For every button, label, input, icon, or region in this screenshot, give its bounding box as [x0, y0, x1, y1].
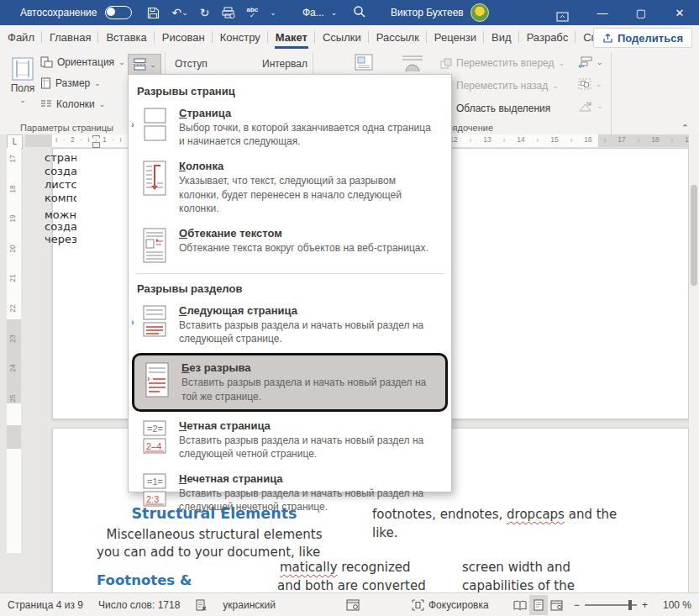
document-title[interactable]: Фа...⌄ [302, 0, 337, 25]
undo-button[interactable]: ↶⌄ [171, 6, 187, 19]
collapse-ribbon-icon[interactable]: ⌃ [681, 123, 689, 134]
doc-fragment: компо [45, 192, 76, 204]
tab-developer[interactable]: Разрабс [519, 25, 576, 49]
maximize-button[interactable]: ▢ [622, 0, 660, 25]
bring-forward-icon [440, 58, 452, 69]
tab-design[interactable]: Констру [213, 25, 268, 49]
rotate-icon [578, 101, 592, 112]
doc-fragment: созда [45, 165, 76, 177]
focus-icon [412, 599, 424, 611]
word-window: Автосохранение ↶⌄ ↻ abc✓ ⌄ Фа...⌄ Виктор… [0, 0, 699, 616]
zoom-slider-handle[interactable] [628, 600, 632, 610]
tab-home[interactable]: Главная [42, 25, 98, 49]
position-icon[interactable] [355, 54, 373, 71]
autosave-toggle[interactable] [105, 6, 132, 19]
doc-fragment: можн [45, 208, 76, 221]
tab-view[interactable]: Вид [484, 25, 519, 49]
menu-item-continuous[interactable]: › Без разрыва Вставить разрыв раздела и … [132, 353, 448, 411]
menu-item-title: Колонка [179, 160, 436, 172]
vertical-ruler[interactable]: 171819202122232425 [7, 148, 21, 553]
svg-text:2–4: 2–4 [146, 441, 161, 451]
menu-item-title: Следующая страница [179, 304, 436, 317]
page-setup-group-label: Параметры страницы [20, 123, 113, 133]
rotate-button[interactable]: ⌄ [578, 99, 603, 113]
menu-section-page-breaks: Разрывы страниц [129, 80, 451, 101]
text-wrapping-break-icon [140, 227, 169, 264]
tab-stop-selector[interactable]: L [7, 134, 23, 149]
zoom-in-button[interactable]: + [642, 593, 655, 616]
tab-draw[interactable]: Рисован [155, 25, 213, 49]
doc-paragraph: like. [372, 525, 397, 540]
indent-markers[interactable] [92, 135, 100, 146]
tab-file[interactable]: Файл [0, 25, 42, 49]
columns-button[interactable]: Колонки⌄ [40, 97, 125, 111]
page-indicator[interactable]: Страница 4 из 9 [0, 593, 91, 616]
margins-button[interactable]: Поля ⌄ [7, 54, 39, 123]
menu-item-column[interactable]: Колонка Указывает, что текст, следующий … [129, 154, 451, 221]
menu-item-desc: Выбор точки, в которой заканчивается одн… [179, 121, 436, 148]
tab-mailings[interactable]: Рассылк [369, 25, 427, 49]
avatar [470, 3, 489, 22]
size-icon [40, 77, 51, 89]
group-icon [578, 78, 591, 90]
size-button[interactable]: Размер⌄ [40, 76, 125, 90]
menu-item-title: Без разрыва [181, 361, 430, 374]
menu-item-page[interactable]: › Страница Выбор точки, в которой заканч… [129, 101, 451, 154]
doc-paragraph: matically recognized [280, 560, 411, 575]
selection-pane-button[interactable]: Область выделения [440, 101, 565, 116]
autosave-label: Автосохранение [20, 7, 97, 18]
close-button[interactable]: ✕ [660, 0, 699, 25]
proofing-errors-icon[interactable] [187, 593, 215, 616]
bring-forward-button[interactable]: Переместить вперед⌄ [440, 55, 565, 71]
align-icon [578, 56, 592, 68]
next-page-break-icon [140, 304, 169, 340]
menu-item-desc: Вставить разрыв раздела и начать новый р… [181, 376, 430, 403]
macro-recording-icon[interactable] [339, 593, 367, 616]
web-layout-button[interactable] [548, 595, 566, 615]
share-icon [602, 33, 613, 44]
menu-item-desc: Вставить разрыв раздела и начать новый р… [179, 487, 436, 513]
menu-item-title: Страница [179, 107, 436, 119]
even-page-break-icon: =2=2–4 [140, 419, 169, 456]
read-mode-button[interactable] [512, 595, 530, 615]
page-breaks-icon [133, 58, 147, 71]
tab-insert[interactable]: Вставка [98, 25, 154, 49]
minimize-button[interactable]: — [583, 0, 622, 25]
default-marker-icon: › [131, 119, 134, 129]
doc-paragraph: and both are converted [277, 578, 426, 593]
menu-item-odd-page[interactable]: =1=2:3 Нечетная страница Вставить разрыв… [129, 466, 451, 519]
breaks-dropdown-menu: Разрывы страниц › Страница Выбор точки, … [128, 74, 452, 492]
save-icon[interactable] [147, 7, 160, 19]
send-backward-button[interactable]: Переместить назад⌄ [440, 78, 565, 93]
menu-item-text-wrapping[interactable]: Обтекание текстом Обтекание текста вокру… [129, 221, 451, 270]
vertical-scrollbar[interactable] [689, 134, 699, 592]
zoom-out-button[interactable]: − [566, 593, 580, 616]
menu-item-desc: Обтекание текста вокруг объектов на веб-… [179, 241, 436, 255]
svg-text:=2=: =2= [147, 424, 163, 434]
breaks-button[interactable]: ⌄ [128, 54, 161, 75]
print-icon[interactable] [222, 7, 235, 18]
word-count[interactable]: Число слов: 1718 [91, 593, 187, 616]
orientation-icon [40, 56, 53, 68]
focus-mode-button[interactable]: Фокусировка [404, 593, 497, 616]
menu-item-next-page[interactable]: › Следующая страница Вставить разрыв раз… [129, 298, 451, 351]
customize-qat-icon[interactable]: ⌄ [270, 8, 276, 17]
wrap-text-icon[interactable] [402, 54, 423, 72]
menu-divider [135, 273, 444, 274]
print-layout-button[interactable] [529, 595, 548, 615]
orientation-button[interactable]: Ориентация⌄ [40, 55, 125, 69]
redo-button[interactable]: ↻ [200, 6, 210, 19]
menu-item-even-page[interactable]: =2=2–4 Четная страница Вставить разрыв р… [129, 413, 451, 466]
tab-review[interactable]: Рецензи [427, 25, 484, 49]
group-button[interactable]: ⌄ [578, 77, 603, 91]
account-button[interactable]: Виктор Бухтеев [391, 0, 489, 25]
spelling-icon[interactable]: abc✓ [247, 7, 259, 18]
zoom-level[interactable]: 100 % [655, 593, 699, 616]
search-icon[interactable] [353, 5, 366, 18]
zoom-slider[interactable] [585, 604, 637, 606]
language-indicator[interactable]: украинский [215, 593, 283, 616]
align-button[interactable]: ⌄ [578, 55, 603, 69]
share-button[interactable]: Поделиться [593, 28, 692, 48]
tab-layout[interactable]: Макет [268, 25, 315, 49]
tab-references[interactable]: Ссылки [315, 25, 369, 49]
